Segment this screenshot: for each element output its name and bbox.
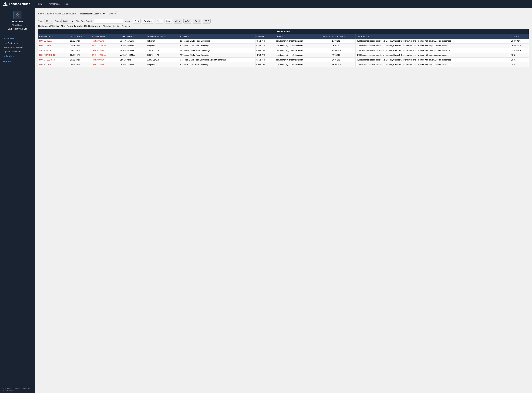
col-contact-name[interactable]: Contact Name ⇅	[119, 34, 146, 39]
status-select[interactable]: BothActiveInactive	[61, 19, 74, 24]
cell-setup-date: 20/05/2024	[69, 48, 91, 53]
previous-button[interactable]: Previous	[142, 19, 154, 24]
cell-last-activity: DDI Response reason code 5: No account, …	[355, 62, 510, 67]
next-button[interactable]: Next	[155, 19, 163, 24]
client-name: L&Z Test Group Ltd	[8, 28, 27, 30]
cell-email: ben.dinmore@jonasfintech.com	[275, 39, 321, 43]
customer-ref-link[interactable]: 5509:BXIAQ6	[39, 45, 51, 47]
cell-contact-name: Ben Dinmore	[119, 58, 146, 62]
cell-address: 5 Thomas Clarke Road Cowbridge, Vale of …	[179, 58, 255, 62]
cell-account-name: Test 18thMay	[91, 62, 119, 67]
cell-inactive-date: 23/05/2024	[331, 62, 355, 67]
col-customer-ref[interactable]: Customer Ref ⇅	[38, 34, 69, 39]
cell-telephone: not given	[146, 39, 179, 43]
nav-collections-heading[interactable]: Collections	[0, 54, 35, 59]
filter-heading: Customers Filter by : Most Recently adde…	[38, 25, 529, 27]
cell-telephone: not given	[146, 62, 179, 67]
cell-customer-ref: 5509:FJM1OK	[38, 48, 69, 53]
top-navigation: London&Zurich Home Direct Debits Help	[0, 0, 532, 8]
count-dropdown[interactable]: 102550100All	[107, 11, 117, 16]
cell-status	[321, 43, 331, 48]
cell-source: OSU<-Xero	[510, 39, 529, 43]
col-email[interactable]: Email ⇅	[275, 34, 321, 39]
cell-customer-ref: 5509:J9FWQA	[38, 39, 69, 43]
show-select[interactable]: 102550100	[44, 19, 53, 24]
customer-ref-link[interactable]: 5509:QFLEOBTPR7	[39, 59, 57, 61]
logo[interactable]: London&Zurich	[3, 2, 30, 6]
col-telephone[interactable]: Telephone Number ⇅	[146, 34, 179, 39]
user-name: User: Ben	[12, 20, 23, 23]
cell-contact-name: Mr Test 20thMay	[119, 48, 146, 53]
content-area: Select Customer Quick Search Option: Mos…	[35, 8, 532, 393]
entries-label: entries	[125, 20, 132, 22]
cell-customer-ref: 5509:BXIAQ6	[38, 43, 69, 48]
cell-email: ben.dinmore@jonasfintech.com	[275, 62, 321, 67]
nav-reports-heading[interactable]: Reports	[0, 59, 35, 64]
main-layout: User: Ben Client Name: L&Z Test Group Lt…	[0, 8, 532, 393]
cell-status	[321, 62, 331, 67]
client-label: Client Name:	[12, 24, 23, 26]
customers-table-container: Data Loaded Customer Ref ⇅ Setup Date ⇅	[38, 29, 529, 67]
cell-setup-date: 20/05/2024	[69, 58, 91, 62]
cell-account-name: Mr Test2 19thMay	[91, 53, 119, 58]
excel-button[interactable]: Excel	[193, 19, 201, 24]
pdf-button[interactable]: PDF	[203, 19, 211, 24]
nav-direct-debits[interactable]: Direct Debits	[47, 3, 59, 5]
col-status[interactable]: Status ⇅	[321, 34, 331, 39]
table-row: 5509:QFLEOBTPR720/05/2024Test 19thMayBen…	[38, 58, 529, 62]
search-option-label: Select Customer Quick Search Option:	[38, 12, 76, 15]
sort-icon: ⇅	[368, 36, 369, 37]
customer-ref-link[interactable]: 5509:J9FWQA	[39, 40, 52, 42]
cell-address: 20 Thomas Clarke Road Cowbridge	[179, 39, 255, 43]
col-inactive-date[interactable]: Inactive Date ⇅	[331, 34, 355, 39]
nav-home[interactable]: Home	[37, 3, 42, 5]
table-status-bar: Data Loaded	[38, 29, 529, 34]
cell-postcode: CF71 7FT	[255, 58, 275, 62]
quick-search-dropdown[interactable]: Most Recent CustomerAll CustomersActive …	[78, 11, 105, 16]
cell-inactive-date: 17/06/2024	[331, 39, 355, 43]
cell-customer-ref: 5509:QFLEOBTPR7	[38, 58, 69, 62]
cell-last-activity: DDI Response reason code 5: No account, …	[355, 58, 510, 62]
customer-ref-link[interactable]: 5509:XXXXX6	[39, 64, 51, 66]
last-button[interactable]: Last	[164, 19, 172, 24]
controls-row: Show 102550100 Status BothActiveInactive…	[38, 19, 529, 24]
showing-text: Showing 1 to 10 of 16 entries	[103, 25, 130, 27]
cell-inactive-date: 05/06/2024	[331, 43, 355, 48]
customer-ref-link[interactable]: 5509:FJM1OK	[39, 49, 51, 52]
customers-table: Customer Ref ⇅ Setup Date ⇅ Account Name…	[38, 34, 529, 67]
cell-account-name: Test 20thMay	[91, 48, 119, 53]
show-label: Show	[38, 20, 43, 22]
col-postcode[interactable]: Postcode ⇅	[255, 34, 275, 39]
cell-address: 6 Thomas Clarke Road Cowbridge	[179, 62, 255, 67]
cell-last-activity: DDI Response reason code 5: No account, …	[355, 43, 510, 48]
table-header: Customer Ref ⇅ Setup Date ⇅ Account Name…	[38, 34, 529, 39]
col-account-name[interactable]: Account Name ⇅	[91, 34, 119, 39]
csv-button[interactable]: CSV	[183, 19, 191, 24]
table-body: 5509:J9FWQA11/06/2024Test 11thJuneMr Tes…	[38, 39, 529, 67]
nav-customers-heading[interactable]: Customers	[0, 36, 35, 41]
nav-help[interactable]: Help	[64, 3, 69, 5]
nav-section: Customers List Customers Add a new Custo…	[0, 33, 35, 67]
table-row: 5509:XXXXX619/05/2024Test 18thMayMr Test…	[38, 62, 529, 67]
nav-list-customers[interactable]: List Customers	[0, 41, 35, 45]
filter-input[interactable]	[94, 19, 123, 24]
cell-inactive-date: 24/05/2024	[331, 58, 355, 62]
nav-add-customer[interactable]: Add a new Customer	[0, 45, 35, 49]
col-setup-date[interactable]: Setup Date ⇅	[69, 34, 91, 39]
sort-icon: ⇅	[133, 36, 134, 37]
col-last-activity[interactable]: Last Activity ⇅	[355, 34, 510, 39]
copy-button[interactable]: Copy	[174, 19, 182, 24]
customer-ref-link[interactable]: 5509:NH2CHDKF52	[39, 54, 57, 56]
col-address[interactable]: Address ⇅	[179, 34, 255, 39]
user-section: User: Ben Client Name: L&Z Test Group Lt…	[0, 8, 35, 33]
nav-upload-customers[interactable]: Upload Customers	[0, 49, 35, 54]
table-row: 5509:FJM1OK20/05/2024Test 20thMayMr Test…	[38, 48, 529, 53]
first-button[interactable]: First	[133, 19, 141, 24]
cell-setup-date: 30/05/2024	[69, 43, 91, 48]
col-source[interactable]: Source ⇅	[510, 34, 529, 39]
cell-status	[321, 48, 331, 53]
cell-account-name: Test 11thJune	[91, 39, 119, 43]
cell-contact-name: Mr Test 11thJune	[119, 39, 146, 43]
cell-telephone: not given	[146, 43, 179, 48]
sort-icon: ⇅	[81, 36, 82, 37]
